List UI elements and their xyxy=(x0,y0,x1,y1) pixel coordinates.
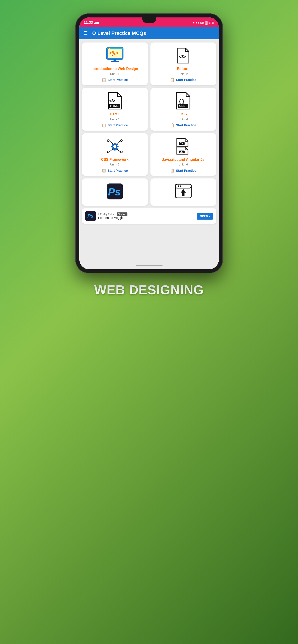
practice-icon-html: 📋 xyxy=(102,123,106,128)
practice-icon-editors: 📋 xyxy=(170,78,174,82)
start-practice-css[interactable]: 📋 Start Practice xyxy=(170,123,196,128)
svg-point-32 xyxy=(120,151,122,153)
battery-percent: 87% xyxy=(208,21,214,24)
svg-line-36 xyxy=(116,149,120,152)
svg-rect-23 xyxy=(111,146,113,147)
card-editors[interactable]: </> Editors Unit - 2 📋 Start Practice xyxy=(150,42,216,85)
svg-rect-7 xyxy=(111,61,119,62)
phone-screen: 11:33 am ● ▾◂ ⊠⊠ ▓ 87% ☰ O Level Practic… xyxy=(79,18,219,269)
editors-icon: </> xyxy=(173,46,194,64)
card-unit-css: Unit - 4 xyxy=(178,118,188,121)
svg-line-34 xyxy=(116,140,120,144)
svg-line-35 xyxy=(109,149,113,152)
signal-icon: ● xyxy=(193,21,195,24)
card-html[interactable]: </> HTML HTML Unit - 3 📋 Start Practice xyxy=(82,88,148,130)
svg-point-29 xyxy=(107,140,109,141)
svg-rect-24 xyxy=(117,146,118,147)
svg-point-9 xyxy=(108,48,108,49)
card-title-js-angular: Javscript and Angular Js xyxy=(162,158,204,162)
ad-ps-icon: Ps xyxy=(85,211,96,222)
card-title-intro: Introduction to Web Design xyxy=(92,67,138,71)
card-title-html: HTML xyxy=(110,112,120,117)
wifi-icon: ▾◂ xyxy=(196,21,199,24)
ad-info: ℹ Prickly Pickle Test Ad Fermented Veggi… xyxy=(98,212,194,220)
html-icon: </> HTML xyxy=(105,92,125,110)
practice-icon-css-framework: 📋 xyxy=(102,168,106,173)
card-unit-js-angular: Unit - 6 xyxy=(178,163,188,166)
phone-frame: 11:33 am ● ▾◂ ⊠⊠ ▓ 87% ☰ O Level Practic… xyxy=(75,14,223,273)
card-js-angular[interactable]: JS JS Javscript and Angular Js Unit - 6 … xyxy=(150,133,216,176)
start-practice-html[interactable]: 📋 Start Practice xyxy=(102,123,128,128)
svg-rect-6 xyxy=(113,60,116,62)
home-indicator xyxy=(79,263,219,269)
svg-text:CSS: CSS xyxy=(179,104,185,108)
web-design-icon: < > xyxy=(105,46,125,64)
app-bar: ☰ O Level Practice MCQs xyxy=(79,27,219,39)
js-angular-icon: JS JS xyxy=(173,137,194,155)
card-title-editors: Editors xyxy=(177,67,189,71)
svg-point-11 xyxy=(111,48,112,49)
ad-info-icon: ℹ xyxy=(98,213,99,216)
ad-text: Fermented Veggies xyxy=(98,216,194,220)
menu-button[interactable]: ☰ xyxy=(84,30,88,36)
home-bar xyxy=(136,265,162,266)
time-display: 11:33 am xyxy=(84,20,99,24)
svg-text:Ps: Ps xyxy=(108,186,120,198)
card-intro-web-design[interactable]: < > xyxy=(82,42,148,85)
svg-text:>: > xyxy=(116,50,118,56)
app-title: O Level Practice MCQs xyxy=(92,30,146,36)
data-icon: ⊠⊠ xyxy=(200,21,204,24)
card-unit-editors: Unit - 2 xyxy=(178,72,188,76)
svg-text:</>: </> xyxy=(109,98,115,103)
battery-icon: ▓ xyxy=(206,21,208,24)
card-css-framework[interactable]: CSS Framework Unit - 5 📋 Start Practice xyxy=(82,133,148,176)
card-photoshop[interactable]: Ps xyxy=(82,178,148,206)
ad-brand-row: ℹ Prickly Pickle Test Ad xyxy=(98,212,194,216)
svg-text:{ }: { } xyxy=(179,98,184,104)
svg-line-33 xyxy=(109,140,113,144)
start-practice-intro[interactable]: 📋 Start Practice xyxy=(102,78,128,82)
ad-brand-name: Prickly Pickle xyxy=(100,213,115,216)
practice-icon-css: 📋 xyxy=(170,123,174,128)
svg-text:JS: JS xyxy=(180,150,183,153)
photoshop-card-icon: Ps xyxy=(105,182,125,200)
status-icons: ● ▾◂ ⊠⊠ ▓ 87% xyxy=(193,21,214,24)
practice-icon-intro: 📋 xyxy=(102,78,106,82)
cards-grid: < > xyxy=(82,42,216,206)
svg-marker-47 xyxy=(181,189,186,196)
svg-point-20 xyxy=(113,145,116,148)
card-title-css: CSS xyxy=(180,112,187,117)
svg-point-30 xyxy=(120,140,122,141)
svg-point-10 xyxy=(109,48,110,49)
card-unit-html: Unit - 3 xyxy=(110,118,120,121)
css-framework-icon xyxy=(105,137,125,155)
css-icon: { } CSS xyxy=(173,92,194,110)
svg-point-45 xyxy=(178,185,179,187)
card-upload[interactable] xyxy=(150,178,216,206)
card-css[interactable]: { } CSS CSS Unit - 4 📋 Start Practice xyxy=(150,88,216,130)
card-unit-css-framework: Unit - 5 xyxy=(110,163,120,166)
status-bar: 11:33 am ● ▾◂ ⊠⊠ ▓ 87% xyxy=(79,18,219,27)
svg-text:HTML: HTML xyxy=(110,104,118,108)
svg-rect-8 xyxy=(106,48,123,49)
card-unit-intro: Unit - 1 xyxy=(110,72,120,76)
ad-open-button[interactable]: OPEN › xyxy=(197,213,213,220)
svg-rect-22 xyxy=(114,149,116,150)
card-title-css-framework: CSS Framework xyxy=(101,158,128,162)
content-area: < > xyxy=(79,39,219,263)
ad-banner: Ps ℹ Prickly Pickle Test Ad Fermented Ve… xyxy=(82,208,216,224)
start-practice-css-framework[interactable]: 📋 Start Practice xyxy=(102,168,128,173)
svg-text:<: < xyxy=(109,50,112,56)
upload-card-icon xyxy=(173,182,194,200)
svg-rect-21 xyxy=(114,143,116,145)
practice-icon-js-angular: 📋 xyxy=(170,168,174,173)
start-practice-js-angular[interactable]: 📋 Start Practice xyxy=(170,168,196,173)
svg-text:JS: JS xyxy=(180,142,183,145)
start-practice-editors[interactable]: 📋 Start Practice xyxy=(170,78,196,82)
svg-point-46 xyxy=(180,185,181,187)
svg-point-31 xyxy=(107,151,109,153)
ad-test-badge: Test Ad xyxy=(117,212,128,216)
notch xyxy=(142,18,156,23)
bottom-title: WEB DESIGNING xyxy=(94,282,204,297)
svg-text:</>: </> xyxy=(179,54,186,60)
